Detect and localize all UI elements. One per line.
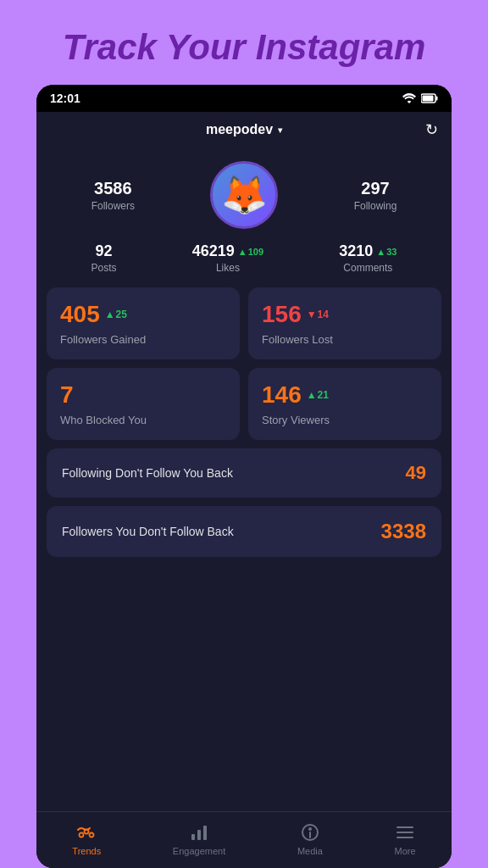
username-label: meepodev: [206, 122, 273, 137]
username-button[interactable]: meepodev ▾: [206, 122, 282, 137]
battery-icon: [421, 93, 438, 103]
likes-change-value: 109: [248, 247, 263, 257]
cards-grid: 405 ▲ 25 Followers Gained 156 ▼ 14: [47, 287, 441, 440]
nav-more-label: More: [395, 846, 416, 856]
followers-gained-value: 405: [60, 301, 100, 328]
followers-stat: 3586 Followers: [92, 179, 135, 212]
more-icon: [395, 822, 415, 843]
story-viewers-label: Story Viewers: [262, 414, 428, 426]
who-blocked-number: 7: [60, 381, 226, 409]
likes-change: ▲ 109: [238, 247, 263, 257]
following-stat: 297 Following: [354, 179, 397, 212]
followers-gained-card[interactable]: 405 ▲ 25 Followers Gained: [47, 287, 240, 359]
nav-trends-label: Trends: [72, 846, 101, 856]
phone-frame: 12:01 meepodev ▾ ↻ 3586 Foll: [36, 85, 452, 868]
followers-gained-delta: 25: [116, 309, 127, 320]
nav-engagement[interactable]: Engagement: [159, 819, 239, 860]
followers-gained-label: Followers Gained: [60, 333, 226, 346]
trends-icon: [76, 822, 97, 843]
svg-point-10: [308, 827, 312, 831]
comments-change-arrow: ▲: [376, 247, 385, 257]
chevron-down-icon: ▾: [278, 125, 282, 135]
nav-engagement-label: Engagement: [173, 846, 225, 856]
wifi-icon: [402, 93, 416, 103]
following-dont-follow-back-value: 49: [406, 462, 426, 484]
story-viewers-change: ▲ 21: [307, 389, 329, 401]
story-viewers-delta: 21: [318, 389, 329, 401]
engagement-icon: [189, 822, 209, 843]
followers-lost-label: Followers Lost: [262, 333, 428, 346]
followers-lost-change: ▼ 14: [307, 309, 329, 320]
refresh-button[interactable]: ↻: [425, 120, 438, 139]
svg-rect-8: [203, 826, 207, 840]
following-label: Following: [354, 200, 397, 212]
status-bar: 12:01: [36, 85, 452, 112]
top-bar: meepodev ▾ ↻: [36, 112, 452, 147]
page-header: Track Your Instagram: [0, 0, 488, 85]
posts-label: Posts: [92, 262, 117, 274]
likes-main: 46219 ▲ 109: [192, 242, 263, 260]
bottom-nav: Trends Engagement Media More: [36, 811, 452, 868]
followers-gained-arrow: ▲: [105, 309, 115, 320]
status-time: 12:01: [50, 92, 80, 105]
status-icons: [402, 93, 438, 103]
who-blocked-value: 7: [60, 381, 74, 409]
story-viewers-value: 146: [262, 381, 302, 409]
posts-stat: 92 Posts: [92, 242, 117, 274]
svg-rect-6: [191, 834, 195, 840]
following-dont-follow-back-card[interactable]: Following Don't Follow You Back 49: [47, 448, 441, 498]
followers-gained-number: 405 ▲ 25: [60, 301, 226, 328]
followers-lost-value: 156: [262, 301, 302, 328]
page-title: Track Your Instagram: [20, 27, 468, 68]
media-icon: [300, 822, 320, 843]
avatar-image: 🦊: [221, 176, 268, 214]
story-viewers-number: 146 ▲ 21: [262, 381, 428, 409]
followers-gained-change: ▲ 25: [105, 309, 127, 320]
svg-point-4: [85, 830, 89, 834]
secondary-stats-row: 92 Posts 46219 ▲ 109 Likes 3210: [47, 236, 441, 287]
avatar: 🦊: [210, 161, 278, 229]
comments-main: 3210 ▲ 33: [339, 242, 396, 260]
who-blocked-label: Who Blocked You: [60, 414, 226, 426]
followers-dont-follow-back-card[interactable]: Followers You Don't Follow Back 3338: [47, 506, 441, 557]
posts-count: 92: [96, 242, 113, 260]
posts-main: 92: [92, 242, 117, 260]
nav-media-label: Media: [297, 846, 323, 856]
svg-rect-1: [423, 96, 434, 102]
followers-lost-arrow: ▼: [307, 309, 317, 320]
followers-dont-follow-back-value: 3338: [381, 520, 426, 543]
followers-dont-follow-back-label: Followers You Don't Follow Back: [62, 525, 234, 538]
profile-section: 3586 Followers 🦊 297 Following: [47, 147, 441, 236]
story-viewers-arrow: ▲: [307, 389, 317, 401]
comments-count: 3210: [339, 242, 373, 260]
svg-point-3: [80, 833, 84, 837]
likes-count: 46219: [192, 242, 235, 260]
likes-label: Likes: [192, 262, 263, 274]
comments-label: Comments: [339, 262, 396, 274]
comments-stat: 3210 ▲ 33 Comments: [339, 242, 396, 274]
followers-count: 3586: [92, 179, 135, 198]
nav-more[interactable]: More: [381, 819, 430, 860]
followers-lost-delta: 14: [318, 309, 329, 320]
main-content: 3586 Followers 🦊 297 Following 92 Posts: [36, 147, 452, 811]
comments-change-value: 33: [386, 247, 396, 257]
followers-label: Followers: [92, 200, 135, 212]
svg-rect-2: [436, 97, 438, 101]
nav-media[interactable]: Media: [284, 819, 336, 860]
likes-stat: 46219 ▲ 109 Likes: [192, 242, 263, 274]
following-dont-follow-back-label: Following Don't Follow You Back: [62, 466, 233, 480]
who-blocked-card[interactable]: 7 Who Blocked You: [47, 368, 240, 440]
comments-change: ▲ 33: [376, 247, 396, 257]
svg-point-5: [90, 833, 94, 837]
followers-lost-number: 156 ▼ 14: [262, 301, 428, 328]
svg-rect-7: [197, 830, 201, 840]
followers-lost-card[interactable]: 156 ▼ 14 Followers Lost: [248, 287, 441, 359]
following-count: 297: [354, 179, 397, 198]
likes-change-arrow: ▲: [238, 247, 247, 257]
story-viewers-card[interactable]: 146 ▲ 21 Story Viewers: [248, 368, 441, 440]
nav-trends[interactable]: Trends: [58, 819, 114, 860]
